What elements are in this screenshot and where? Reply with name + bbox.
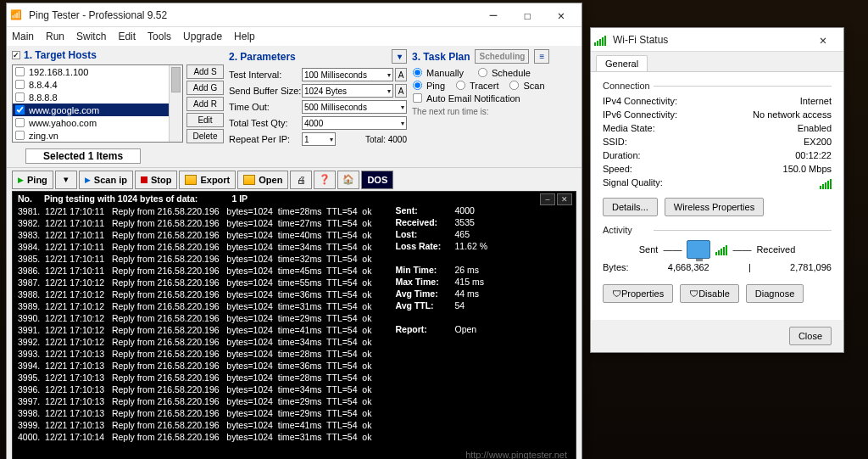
console: No. Ping testing with 1024 bytes of data… (12, 191, 576, 459)
properties-button[interactable]: 🛡 Properties (603, 284, 673, 303)
ping-radio[interactable] (413, 81, 422, 90)
manually-radio[interactable] (413, 68, 422, 77)
dos-button[interactable]: DOS (361, 171, 393, 189)
open-button[interactable]: Open (237, 171, 288, 189)
menu-tools[interactable]: Tools (147, 31, 171, 42)
conn-label: Speed: (603, 164, 632, 177)
maximize-button[interactable]: ☐ (510, 5, 544, 25)
console-line: 3986. 12/21 17:10:11 Reply from 216.58.2… (18, 265, 371, 277)
host-row[interactable]: zing.vn (13, 129, 182, 142)
menu-help[interactable]: Help (234, 31, 255, 42)
host-row[interactable]: 8.8.4.4 (13, 78, 182, 91)
task-menu-icon[interactable]: ≡ (534, 49, 549, 64)
add-s-button[interactable]: Add S (186, 64, 224, 79)
totalqty-input[interactable]: 4000 (302, 116, 407, 130)
host-row[interactable]: 192.168.1.100 (13, 65, 182, 78)
stat-label (395, 253, 454, 265)
test-interval-a[interactable]: A (395, 68, 407, 81)
delete-button[interactable]: Delete (186, 129, 224, 143)
host-checkbox[interactable] (15, 67, 25, 76)
ping-button[interactable]: ▶Ping (12, 171, 53, 189)
task-plan-panel: 3. Task PlanScheduling≡ ManuallySchedule… (412, 49, 556, 164)
repeat-input[interactable]: 1 (302, 132, 336, 146)
params-dropdown-icon[interactable]: ▾ (392, 49, 407, 64)
scanip-button[interactable]: ▶Scan ip (79, 171, 133, 189)
buffer-a[interactable]: A (395, 84, 407, 98)
test-interval-input[interactable]: 100 Milliseconds (302, 68, 393, 81)
diagnose-button[interactable]: Diagnose (746, 284, 804, 303)
details-button[interactable]: Details... (603, 198, 658, 216)
host-scrollbar[interactable] (169, 65, 182, 142)
menu-switch[interactable]: Switch (76, 31, 106, 42)
stat-label: Min Time: (395, 265, 454, 277)
menu-edit[interactable]: Edit (118, 31, 136, 42)
host-checkbox[interactable] (15, 80, 25, 89)
host-row[interactable]: www.google.com (13, 104, 182, 116)
watermark: http://www.pingtester.net (465, 450, 567, 459)
app-icon: 📶 (10, 8, 24, 22)
window-title: Ping Tester - Professional 9.52 (29, 9, 476, 21)
host-checkbox[interactable] (15, 92, 25, 102)
titlebar[interactable]: 📶 Ping Tester - Professional 9.52 ─ ☐ ✕ (7, 3, 581, 27)
host-checkbox[interactable] (15, 131, 25, 140)
scan-radio[interactable] (509, 81, 519, 90)
bytes-label: Bytes: (603, 262, 629, 276)
close-dialog-button[interactable]: Close (789, 327, 832, 345)
add-g-button[interactable]: Add G (186, 81, 224, 95)
general-tab[interactable]: General (596, 55, 648, 71)
console-line: 3992. 12/21 17:10:12 Reply from 216.58.2… (18, 336, 371, 348)
section-check-icon (12, 51, 20, 59)
toolbar-icon-2[interactable]: ❓ (314, 171, 336, 189)
stop-button[interactable]: Stop (135, 171, 177, 189)
total-label: Total: 4000 (365, 135, 407, 144)
export-button[interactable]: Export (179, 171, 236, 189)
console-line: 3985. 12/21 17:10:11 Reply from 216.58.2… (18, 253, 371, 265)
toolbar-icon-3[interactable]: 🏠 (337, 171, 359, 189)
repeat-label: Repeat Per IP: (229, 134, 302, 144)
wifi-close-button[interactable]: ✕ (806, 30, 840, 50)
conn-value: Enabled (798, 123, 832, 137)
console-line: 3994. 12/21 17:10:13 Reply from 216.58.2… (18, 360, 371, 372)
console-line: 3987. 12/21 17:10:12 Reply from 216.58.2… (18, 277, 371, 288)
host-checkbox[interactable] (15, 105, 25, 115)
close-button[interactable]: ✕ (544, 5, 578, 25)
console-line: 3989. 12/21 17:10:12 Reply from 216.58.2… (18, 300, 371, 312)
console-min-icon[interactable]: – (540, 193, 555, 205)
conn-label: IPv6 Connectivity: (603, 109, 677, 123)
scheduling-button[interactable]: Scheduling (475, 49, 529, 64)
menu-main[interactable]: Main (12, 31, 34, 42)
add-r-button[interactable]: Add R (186, 97, 224, 111)
schedule-radio[interactable] (478, 68, 487, 77)
menu-run[interactable]: Run (46, 31, 64, 42)
pingtester-window: 📶 Ping Tester - Professional 9.52 ─ ☐ ✕ … (6, 3, 582, 459)
disable-button[interactable]: 🛡 Disable (680, 284, 739, 303)
activity-signal-icon (715, 243, 727, 255)
wifi-titlebar[interactable]: Wi-Fi Status ✕ (591, 28, 843, 52)
buffer-input[interactable]: 1024 Bytes (302, 84, 393, 98)
host-row[interactable]: 8.8.8.8 (13, 91, 182, 104)
host-row[interactable]: IP_Group_01 (13, 142, 182, 143)
stat-value: Open (454, 324, 476, 336)
auto-email-checkbox[interactable] (413, 93, 422, 103)
host-row[interactable]: www.yahoo.com (13, 116, 182, 129)
conn-value: Internet (800, 96, 832, 109)
tracert-radio[interactable] (456, 81, 465, 90)
console-col-no: No. (18, 193, 32, 204)
wireless-properties-button[interactable]: Wireless Properties (665, 198, 764, 216)
host-list[interactable]: 192.168.1.1008.8.4.48.8.8.8www.google.co… (12, 64, 183, 143)
conn-value: 00:12:22 (795, 150, 832, 164)
timeout-input[interactable]: 500 Milliseconds (302, 100, 407, 114)
toolbar-icon-1[interactable]: 🖨 (290, 171, 312, 189)
menu-upgrade[interactable]: Upgrade (183, 31, 222, 42)
wifi-title: Wi-Fi Status (613, 34, 806, 46)
open-icon (243, 175, 255, 185)
bytes-received: 2,781,096 (790, 262, 832, 276)
console-line: 3996. 12/21 17:10:13 Reply from 216.58.2… (18, 383, 371, 395)
ping-dropdown[interactable]: ▾ (55, 171, 77, 189)
console-line: 3983. 12/21 17:10:11 Reply from 216.58.2… (18, 229, 371, 241)
test-interval-label: Test Interval: (229, 70, 302, 80)
minimize-button[interactable]: ─ (476, 5, 510, 25)
console-close-icon[interactable]: ✕ (557, 193, 572, 205)
host-checkbox[interactable] (15, 118, 25, 127)
edit-button[interactable]: Edit (186, 113, 224, 127)
